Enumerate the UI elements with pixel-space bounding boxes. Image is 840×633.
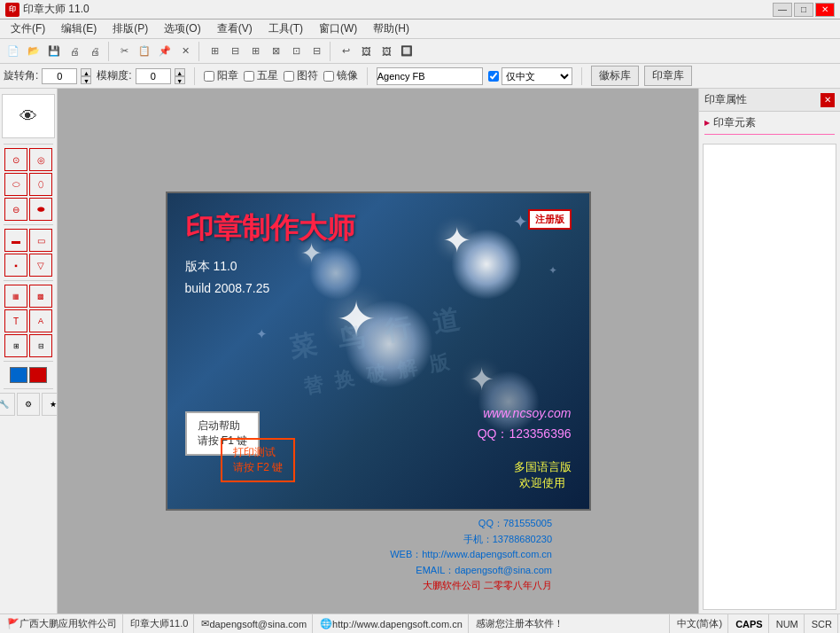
splash-title: 印章制作大师 — [185, 209, 355, 248]
tb-copy[interactable]: 📋 — [135, 42, 154, 61]
menu-edit[interactable]: 编辑(E) — [54, 20, 104, 38]
lang-check[interactable] — [488, 71, 499, 82]
rotate-input[interactable] — [42, 68, 77, 84]
symbol-label: 图符 — [297, 68, 318, 83]
section-title: 印章元素 — [704, 115, 835, 130]
tb-align2[interactable]: ⊟ — [225, 42, 245, 61]
blur-input[interactable] — [136, 68, 171, 84]
panel-close-button[interactable]: ✕ — [821, 93, 835, 107]
lt-tri[interactable]: ▽ — [29, 254, 52, 277]
contact-qq: QQ：781555005 — [390, 516, 552, 532]
menu-options[interactable]: 选项(O) — [157, 20, 207, 38]
menu-view[interactable]: 查看(V) — [210, 20, 260, 38]
tb-open[interactable]: 📂 — [24, 42, 43, 61]
left-toolbar: 👁 ⊙ ◎ ⬭ ⬯ ⊖ ⬬ ▬ ▭ ▪ ▽ ▦ ▩ T — [0, 89, 58, 613]
toolbar1: 📄 📂 💾 🖨 🖨 ✂ 📋 📌 ✕ ⊞ ⊟ ⊞ ⊠ ⊡ ⊟ ↩ 🖼 🖼 🔲 — [0, 39, 840, 64]
blur-down[interactable]: ▼ — [175, 76, 185, 84]
mirror-check[interactable] — [323, 71, 334, 82]
lt-dash-oval[interactable]: ⬬ — [29, 198, 52, 221]
tb-align3[interactable]: ⊞ — [245, 42, 265, 61]
tb-align4[interactable]: ⊠ — [266, 42, 285, 61]
panel-section: 印章元素 — [699, 112, 840, 140]
status-lang: 中文(简体) — [672, 614, 728, 633]
status-appname: 印章大师11.0 — [125, 614, 194, 633]
flag-icon: 🚩 — [7, 618, 19, 629]
status-company: 🚩 广西大鹏应用软件公司 — [2, 614, 123, 633]
tb-paste[interactable]: 📌 — [155, 42, 175, 61]
tb-forward[interactable]: ↩ — [336, 42, 355, 61]
lt-text1[interactable]: T — [4, 309, 27, 332]
color-swatch-red[interactable] — [29, 367, 47, 383]
lt-extra1[interactable]: 🔧 — [0, 393, 15, 416]
splash-reg-badge: 注册版 — [528, 209, 572, 230]
lt-rect3[interactable]: ▪ — [4, 254, 27, 277]
stamp-lib-button[interactable]: 印章库 — [644, 66, 692, 86]
menu-tools[interactable]: 工具(T) — [261, 20, 310, 38]
lt-extra3[interactable]: ★ — [42, 393, 58, 416]
lt-circle-outer[interactable]: ⊙ — [4, 148, 27, 171]
canvas-area: ✦ ✦ ✦ ✦ ✦ ✦ ✦ 菜 鸟 行 道 替 换 破 解 版 印章制作大师 版… — [58, 89, 698, 613]
menu-layout[interactable]: 排版(P) — [105, 20, 155, 38]
tb-new[interactable]: 📄 — [4, 42, 23, 61]
symbol-check[interactable] — [284, 71, 294, 82]
lt-rect2[interactable]: ▭ — [29, 229, 52, 252]
close-button[interactable]: ✕ — [815, 3, 835, 17]
contact-info: QQ：781555005 手机：13788680230 WEB：http://w… — [390, 516, 552, 594]
contact-web: WEB：http://www.dapengsoft.com.cn — [390, 547, 552, 563]
lt-extra2[interactable]: ⚙ — [17, 393, 40, 416]
blur-up[interactable]: ▲ — [175, 68, 185, 76]
contact-phone: 手机：13788680230 — [390, 532, 552, 548]
tb-img3[interactable]: 🔲 — [397, 42, 416, 61]
status-num: NUM — [771, 614, 805, 633]
splash-qq: QQ：123356396 — [478, 426, 572, 442]
lt-text2[interactable]: A — [29, 309, 52, 332]
font-input[interactable] — [377, 67, 483, 85]
rotate-down[interactable]: ▼ — [81, 76, 91, 84]
lt-grid2[interactable]: ▩ — [29, 285, 52, 308]
tb-img2[interactable]: 🖼 — [377, 42, 396, 61]
splash-website: www.ncsoy.com — [483, 406, 571, 420]
yang-check[interactable] — [204, 71, 214, 82]
blur-label: 模糊度: — [97, 68, 131, 83]
tb-delete[interactable]: ✕ — [175, 42, 195, 61]
panel-title: 印章属性 — [704, 92, 747, 107]
status-bar: 🚩 广西大鹏应用软件公司 印章大师11.0 ✉ dapengsoft@sina.… — [0, 613, 840, 633]
lt-grid1[interactable]: ▦ — [4, 285, 27, 308]
rotate-up[interactable]: ▲ — [81, 68, 91, 76]
menu-window[interactable]: 窗口(W) — [312, 20, 364, 38]
eye-icon: 👁 — [19, 106, 37, 127]
tb-print2[interactable]: 🖨 — [85, 42, 105, 61]
splash-window: ✦ ✦ ✦ ✦ ✦ ✦ ✦ 菜 鸟 行 道 替 换 破 解 版 印章制作大师 版… — [166, 191, 591, 511]
email-icon: ✉ — [201, 618, 209, 629]
lt-circle-inner[interactable]: ◎ — [29, 148, 52, 171]
tb-print[interactable]: 🖨 — [65, 42, 84, 61]
lt-dash-circle[interactable]: ⊖ — [4, 198, 27, 221]
lt-table1[interactable]: ⊞ — [4, 334, 27, 357]
contact-company: 大鹏软件公司 二零零八年八月 — [390, 578, 552, 594]
contact-email: EMAIL：dapengsoft@sina.com — [390, 563, 552, 579]
lang-select[interactable]: 仅中文 — [502, 67, 572, 85]
tb-align1[interactable]: ⊞ — [205, 42, 224, 61]
mirror-label: 镜像 — [337, 68, 358, 83]
splash-version: 版本 11.0 build 2008.7.25 — [185, 255, 270, 300]
status-website: 🌐 http://www.dapengsoft.com.cn — [315, 614, 469, 633]
tb-align5[interactable]: ⊡ — [286, 42, 306, 61]
lt-oval-outer[interactable]: ⬭ — [4, 173, 27, 196]
lt-oval-inner[interactable]: ⬯ — [29, 173, 52, 196]
lt-rect1[interactable]: ▬ — [4, 229, 27, 252]
color-swatch-blue[interactable] — [10, 367, 27, 383]
panel-content-area — [703, 144, 836, 610]
splash-multilang: 多国语言版 欢迎使用 — [514, 459, 572, 491]
tb-cut[interactable]: ✂ — [114, 42, 134, 61]
minimize-button[interactable]: — — [773, 3, 792, 17]
tb-save[interactable]: 💾 — [44, 42, 64, 61]
badge-lib-button[interactable]: 徽标库 — [591, 66, 639, 86]
tb-align6[interactable]: ⊟ — [307, 42, 326, 61]
splash-print-button[interactable]: 打印测试 请按 F2 键 — [221, 438, 296, 482]
fivestar-check[interactable] — [244, 71, 254, 82]
maximize-button[interactable]: □ — [794, 3, 813, 17]
menu-file[interactable]: 文件(F) — [4, 20, 52, 38]
tb-img1[interactable]: 🖼 — [356, 42, 376, 61]
lt-table2[interactable]: ⊟ — [29, 334, 52, 357]
menu-help[interactable]: 帮助(H) — [366, 20, 416, 38]
